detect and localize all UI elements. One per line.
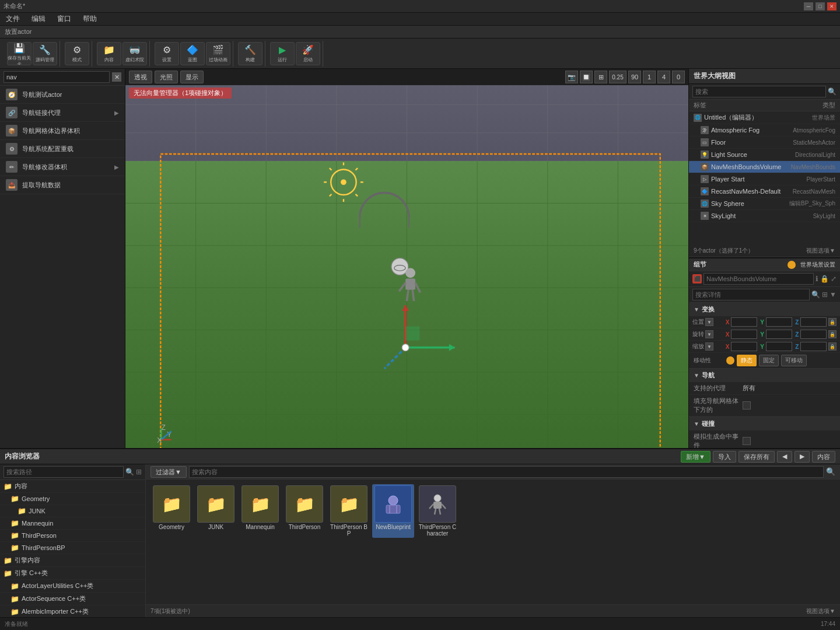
nav-item-test-actor[interactable]: 🧭 导航测试actor bbox=[0, 86, 125, 104]
rotation-dropdown[interactable]: ▼ bbox=[705, 330, 713, 338]
cb-filters-btn[interactable]: 过滤器▼ bbox=[150, 466, 187, 478]
asset-geometry[interactable]: 📁 Geometry bbox=[150, 484, 192, 538]
world-item-playerstart[interactable]: ▷ Player Start PlayerStart bbox=[689, 173, 840, 186]
vp-tool-angle[interactable]: 90 bbox=[628, 71, 641, 83]
vp-tool-scale[interactable]: 1 bbox=[643, 71, 656, 83]
asset-junk[interactable]: 📁 JUNK bbox=[195, 484, 237, 538]
vp-tool-extra[interactable]: 0 bbox=[672, 71, 685, 83]
vr-button[interactable]: 🥽 虚幻术院 bbox=[123, 42, 147, 65]
collision-header[interactable]: ▼ 碰撞 bbox=[689, 417, 840, 430]
cb-tree-thirdpersonbp[interactable]: 📁 ThirdPersonBP bbox=[0, 542, 145, 554]
asset-thirdperson[interactable]: 📁 ThirdPerson bbox=[284, 484, 326, 538]
details-search-input[interactable] bbox=[692, 289, 810, 300]
nav-search-input[interactable] bbox=[4, 71, 110, 83]
asset-thirdperson-char[interactable]: ThirdPerson Character bbox=[416, 484, 459, 538]
menu-file[interactable]: 文件 bbox=[4, 13, 22, 25]
rotation-z-input[interactable]: 0.0° bbox=[800, 330, 827, 339]
rotation-x-input[interactable]: 0.0° bbox=[731, 330, 757, 339]
source-control-button[interactable]: 🔧 源码管理 bbox=[33, 42, 57, 65]
world-item-skysphere[interactable]: 🌐 Sky Sphere 编辑BP_Sky_Sph bbox=[689, 198, 840, 210]
menu-window[interactable]: 窗口 bbox=[55, 13, 74, 25]
show-btn[interactable]: 显示 bbox=[180, 71, 204, 83]
vp-tool-1[interactable]: 📷 bbox=[565, 71, 578, 83]
navigation-header[interactable]: ▼ 导航 bbox=[689, 369, 840, 382]
save-button[interactable]: 💾 保存当前关卡 bbox=[7, 42, 32, 65]
rotation-y-input[interactable]: 0.0° bbox=[766, 330, 792, 339]
settings-button[interactable]: ⚙ 设置 bbox=[155, 42, 179, 65]
asset-newblueprint[interactable]: NewBlueprint bbox=[372, 484, 414, 538]
mobility-movable-btn[interactable]: 可移动 bbox=[781, 355, 807, 366]
cb-new-btn[interactable]: 新增▼ bbox=[681, 451, 710, 463]
vp-snap-value[interactable]: 0.25 bbox=[609, 71, 626, 83]
nav-item-system-config[interactable]: ⚙ 导航系统配置重载 bbox=[0, 140, 125, 158]
content-button[interactable]: 📁 内容 bbox=[97, 42, 121, 65]
cb-tree-geometry[interactable]: 📁 Geometry bbox=[0, 493, 145, 505]
build-button[interactable]: 🔨 构建 bbox=[238, 42, 262, 65]
nav-search-clear[interactable]: ✕ bbox=[112, 72, 121, 82]
world-item-skylight[interactable]: ☀ SkyLight SkyLight bbox=[689, 210, 840, 222]
fill-below-checkbox[interactable] bbox=[743, 401, 751, 410]
cb-nav-fwd[interactable]: ▶ bbox=[794, 451, 810, 463]
perspective-btn[interactable]: 透视 bbox=[129, 71, 152, 83]
launch-button[interactable]: 🚀 启动 bbox=[296, 42, 320, 65]
lighting-btn[interactable]: 光照 bbox=[155, 71, 178, 83]
scale-dropdown[interactable]: ▼ bbox=[705, 342, 713, 351]
world-item-light[interactable]: 💡 Light Source DirectionalLight bbox=[689, 149, 840, 161]
cb-tree-junk[interactable]: 📁 JUNK bbox=[0, 505, 145, 517]
world-outliner-search-input[interactable] bbox=[692, 86, 826, 97]
nav-item-extract-data[interactable]: 📥 提取导航数据 bbox=[0, 176, 125, 194]
position-z-input[interactable]: 120.0 bbox=[800, 317, 827, 327]
position-y-input[interactable]: -40.0 bbox=[766, 317, 792, 327]
collision-event-check[interactable] bbox=[743, 437, 751, 445]
vp-tool-grid[interactable]: ⊞ bbox=[594, 71, 607, 83]
scale-x-input[interactable]: 29.25 bbox=[731, 342, 757, 351]
asset-thirdpersonbp[interactable]: 📁 ThirdPerson BP bbox=[328, 484, 370, 538]
details-color-btn[interactable]: ⬛ bbox=[692, 274, 702, 284]
cb-tree-engine-cpp[interactable]: 📁 引擎 C++类 bbox=[0, 567, 145, 580]
nav-item-modifier-volume[interactable]: ✏ 导航修改器体积 ▶ bbox=[0, 158, 125, 176]
play-button[interactable]: ▶ 运行 bbox=[270, 42, 295, 65]
viewport[interactable]: 透视 光照 显示 📷 🔲 ⊞ 0.25 90 1 4 0 无法向量管理器（1项碰… bbox=[125, 69, 688, 448]
rotation-lock-btn[interactable]: 🔒 bbox=[828, 330, 836, 338]
asset-mannequin[interactable]: 📁 Mannequin bbox=[239, 484, 281, 538]
cinematics-button[interactable]: 🎬 过场动画 bbox=[206, 42, 230, 65]
position-x-input[interactable]: -300.0 bbox=[731, 317, 757, 327]
cb-content-btn[interactable]: 内容 bbox=[812, 451, 835, 463]
minimize-button[interactable]: ─ bbox=[804, 2, 813, 10]
blueprints-button[interactable]: 🔷 蓝图 bbox=[180, 42, 205, 65]
world-item-floor[interactable]: ▭ Floor StaticMeshActor bbox=[689, 136, 840, 149]
vp-tool-2[interactable]: 🔲 bbox=[580, 71, 593, 83]
maximize-button[interactable]: □ bbox=[816, 2, 825, 10]
cb-content-search[interactable] bbox=[189, 466, 824, 478]
vp-tool-camera[interactable]: 4 bbox=[657, 71, 670, 83]
menu-help[interactable]: 帮助 bbox=[80, 13, 99, 25]
cb-search-input[interactable] bbox=[4, 466, 124, 478]
view-options-btn[interactable]: 视图选项▼ bbox=[806, 247, 835, 255]
close-button[interactable]: ✕ bbox=[827, 2, 836, 10]
scale-z-input[interactable]: 1.0 bbox=[800, 342, 827, 351]
world-item-recast[interactable]: 🔷 RecastNavMesh-Default RecastNavMesh bbox=[689, 186, 840, 198]
position-lock-btn[interactable]: 🔒 bbox=[828, 318, 836, 326]
mobility-static-btn[interactable]: 静态 bbox=[737, 355, 757, 366]
transform-header[interactable]: ▼ 变换 bbox=[689, 303, 840, 316]
world-item-untitled[interactable]: 🌐 Untitled（编辑器） 世界场景 bbox=[689, 111, 840, 124]
world-settings-btn[interactable]: 世界场景设置 bbox=[800, 261, 835, 269]
scale-y-input[interactable]: 29.25 bbox=[766, 342, 792, 351]
modes-button[interactable]: ⚙ 模式 bbox=[65, 42, 89, 65]
cb-tree-content[interactable]: 📁 内容 bbox=[0, 480, 145, 493]
cb-tree-actor-seq[interactable]: 📁 ActorSequence C++类 bbox=[0, 593, 145, 606]
cb-tree-alembic[interactable]: 📁 AlembicImporter C++类 bbox=[0, 606, 145, 617]
cb-tree-engine-content[interactable]: 📁 引擎内容 bbox=[0, 554, 145, 567]
nav-item-mesh-bounds[interactable]: 📦 导航网格体边界体积 bbox=[0, 122, 125, 140]
world-item-navmesh[interactable]: 📦 NavMeshBoundsVolume NavMeshBounds bbox=[689, 161, 840, 173]
cb-tree-thirdperson[interactable]: 📁 ThirdPerson bbox=[0, 530, 145, 542]
cb-tree-actor-layer[interactable]: 📁 ActorLayerUtilities C++类 bbox=[0, 580, 145, 593]
cb-nav-back[interactable]: ◀ bbox=[777, 451, 792, 463]
details-component-input[interactable] bbox=[704, 273, 814, 285]
cb-view-options[interactable]: 视图选项▼ bbox=[806, 607, 835, 615]
cb-import-btn[interactable]: 导入 bbox=[713, 451, 736, 463]
cb-tree-mannequin[interactable]: 📁 Mannequin bbox=[0, 517, 145, 530]
menu-edit[interactable]: 编辑 bbox=[29, 13, 48, 25]
world-item-fog[interactable]: 🌫 Atmospheric Fog AtmosphericFog bbox=[689, 124, 840, 136]
cb-save-all-btn[interactable]: 保存所有 bbox=[738, 451, 775, 463]
